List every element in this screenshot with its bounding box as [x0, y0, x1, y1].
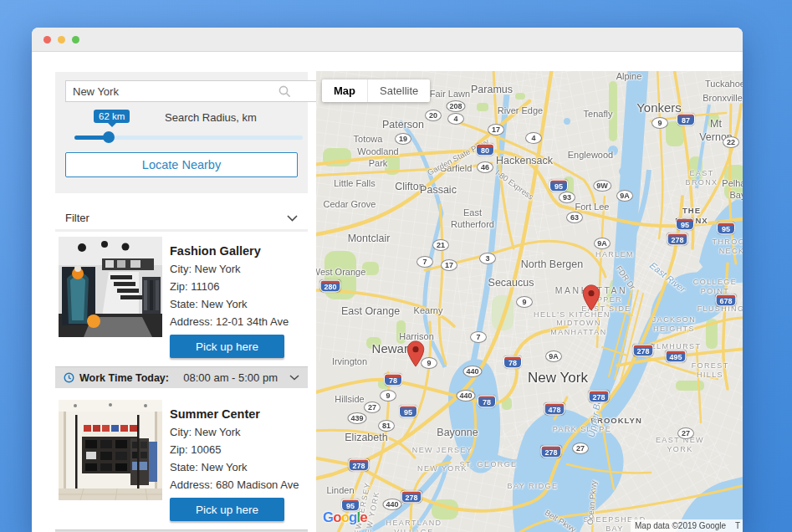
map-type-controls: Map Satellite — [322, 79, 430, 102]
chevron-down-icon — [287, 215, 298, 222]
minimize-window-button[interactable] — [58, 36, 65, 43]
google-map-canvas[interactable]: Fair LawnParamusRiver EdgePatersonTotowa… — [316, 71, 743, 532]
store-city: City: New York — [170, 263, 301, 275]
radius-slider-handle[interactable] — [103, 131, 115, 143]
google-logo-letter: o — [333, 509, 340, 526]
store-address: Address: 12-01 34th Ave — [170, 315, 301, 328]
pick-up-here-button[interactable]: Pick up here — [170, 335, 284, 358]
store-card: Summer Center City: New York Zip: 10065 … — [55, 395, 308, 529]
store-state: State: New York — [170, 298, 301, 310]
store-photo — [59, 237, 162, 337]
zoom-window-button[interactable] — [72, 36, 79, 43]
store-photo — [59, 400, 162, 500]
pick-up-here-button[interactable]: Pick up here — [170, 498, 284, 521]
store-locator-sidebar: 62 km Search Radius, km Locate Nearby Fi… — [55, 72, 308, 532]
radius-value-badge: 62 km — [94, 110, 130, 123]
store-pin-manhattan[interactable] — [582, 284, 600, 311]
map-tiles — [316, 71, 743, 532]
work-time-label: Work Time Today: — [79, 372, 169, 384]
store-pin-newark[interactable] — [406, 340, 425, 367]
store-zip: Zip: 10065 — [170, 443, 301, 456]
terms-link[interactable]: T — [735, 521, 740, 530]
chevron-down-icon — [289, 375, 299, 381]
radius-slider-track[interactable] — [74, 136, 303, 140]
store-card: Fashion Gallery City: New York Zip: 1110… — [55, 232, 308, 366]
store-zip: Zip: 11106 — [170, 280, 301, 293]
radius-label: Search Radius, km — [165, 111, 257, 124]
search-panel: 62 km Search Radius, km Locate Nearby — [55, 72, 308, 193]
filter-label: Filter — [65, 212, 89, 224]
search-icon — [278, 85, 291, 101]
desktop: { "colors":{"accent":"#1878be","pin":"#d… — [0, 0, 792, 532]
app-window: 62 km Search Radius, km Locate Nearby Fi… — [32, 28, 743, 532]
store-address: Address: 680 Madison Ave — [170, 478, 301, 491]
close-window-button[interactable] — [43, 36, 51, 43]
locate-nearby-button[interactable]: Locate Nearby — [65, 152, 298, 177]
map-data-text: Map data ©2019 Google — [635, 521, 726, 530]
map-type-map-button[interactable]: Map — [322, 79, 367, 102]
store-name: Fashion Gallery — [170, 244, 301, 258]
store-city: City: New York — [170, 426, 301, 438]
google-logo-letter: o — [341, 509, 349, 526]
google-logo[interactable]: Google — [323, 509, 367, 526]
google-logo-letter: G — [323, 509, 333, 526]
map-attribution: Map data ©2019 Google T — [631, 519, 743, 532]
google-logo-letter: e — [360, 509, 366, 526]
clock-icon — [64, 372, 74, 383]
work-time-row[interactable]: Work Time Today: 08:00 am - 5:00 pm — [55, 366, 308, 388]
work-time-value: 08:00 am - 5:00 pm — [183, 371, 278, 384]
radius-slider: 62 km Search Radius, km — [65, 109, 298, 152]
filter-toggle[interactable]: Filter — [55, 207, 308, 229]
store-state: State: New York — [170, 461, 301, 473]
store-name: Summer Center — [170, 407, 301, 421]
window-titlebar[interactable] — [32, 28, 743, 52]
google-logo-letter: g — [349, 509, 356, 526]
map-type-satellite-button[interactable]: Satellite — [367, 79, 430, 102]
